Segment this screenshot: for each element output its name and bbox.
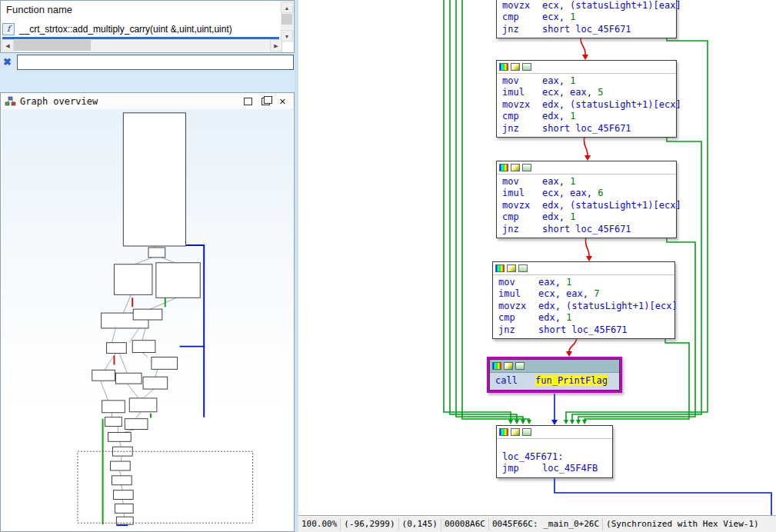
edit-node-icon[interactable] xyxy=(511,428,520,436)
clear-filter-icon[interactable]: ✖ xyxy=(3,56,12,68)
asm-line[interactable]: movzxedx, (statusLight+1)[ecx] xyxy=(497,99,676,111)
restore-pane-button[interactable] xyxy=(244,98,252,105)
node-color-icon[interactable] xyxy=(499,428,508,436)
asm-line[interactable]: jnzshort loc_45F671 xyxy=(493,324,674,336)
immediate: 1 xyxy=(570,12,575,22)
left-pane: Function name f __crt_strtox::add_multip… xyxy=(0,0,295,532)
mnemonic: imul xyxy=(502,188,542,199)
basic-block[interactable]: moveax, 1 imulecx, eax, 5 movzxedx, (sta… xyxy=(496,60,677,138)
graph-overview-titlebar[interactable]: Graph overview ✕ xyxy=(1,93,294,110)
graph-overview-title: Graph overview xyxy=(20,96,244,107)
operands: short loc_45F671 xyxy=(542,123,631,134)
scrollbar-track[interactable] xyxy=(91,39,270,52)
mnemonic: movzx xyxy=(502,200,542,211)
operands: short loc_45F671 xyxy=(542,24,631,35)
horizontal-scrollbar[interactable]: ◀ ▶ xyxy=(2,39,282,52)
asm-line[interactable]: cmpedx, 1 xyxy=(493,312,674,324)
scroll-right-icon[interactable]: ▶ xyxy=(270,39,282,52)
graph-overview-icon xyxy=(5,96,16,106)
asm-line[interactable]: moveax, 1 xyxy=(497,75,676,87)
operands: ecx, xyxy=(542,12,570,22)
immediate: 1 xyxy=(566,312,571,323)
mnemonic: jnz xyxy=(502,123,542,135)
asm-line[interactable]: cmpedx, 1 xyxy=(497,211,676,223)
function-list-header: Function name xyxy=(6,4,72,15)
vertical-scrollbar[interactable]: ▲ ▼ xyxy=(281,2,293,42)
group-node-icon[interactable] xyxy=(518,264,528,272)
status-cursor-pos: (0,145) xyxy=(398,518,441,530)
immediate: 6 xyxy=(598,188,603,198)
mnemonic: movzx xyxy=(502,99,542,111)
edit-node-icon[interactable] xyxy=(504,362,513,370)
asm-line[interactable]: moveax, 1 xyxy=(493,277,674,288)
asm-line[interactable]: imulecx, eax, 5 xyxy=(497,87,676,98)
group-node-icon[interactable] xyxy=(522,428,531,436)
function-list[interactable]: Function name f __crt_strtox::add_multip… xyxy=(0,0,295,53)
scrollbar-thumb[interactable] xyxy=(14,40,91,51)
basic-block[interactable]: movzxecx, (statusLight+1)[eax] cmpecx, 1… xyxy=(496,0,677,38)
label: loc_45F671: xyxy=(502,451,563,462)
asm-line[interactable]: imulecx, eax, 7 xyxy=(493,288,674,300)
filter-input[interactable] xyxy=(17,55,294,70)
mnemonic: imul xyxy=(498,288,538,300)
edit-node-icon[interactable] xyxy=(511,63,520,71)
mnemonic: mov xyxy=(498,277,538,288)
operands: edx, xyxy=(542,111,570,121)
immediate: 1 xyxy=(570,176,575,187)
overview-minimap[interactable] xyxy=(2,109,293,530)
basic-block[interactable]: moveax, 1 imulecx, eax, 6 movzxedx, (sta… xyxy=(496,161,677,238)
asm-line[interactable]: cmpedx, 1 xyxy=(497,111,676,122)
asm-line[interactable]: jnzshort loc_45F671 xyxy=(497,123,676,135)
asm-line[interactable]: imulecx, eax, 6 xyxy=(497,188,676,199)
asm-line[interactable]: movzxedx, (statusLight+1)[ecx] xyxy=(497,200,676,211)
asm-line[interactable]: callfun_PrintFlag xyxy=(490,375,619,387)
filter-row: ✖ xyxy=(0,54,295,74)
group-node-icon[interactable] xyxy=(522,164,531,171)
basic-block-exit[interactable]: loc_45F671: jmploc_45F4FB xyxy=(496,425,613,478)
status-file-offset: 00008A6C xyxy=(441,518,488,530)
asm-line[interactable]: cmpecx, 1 xyxy=(497,12,676,23)
node-titlebar xyxy=(497,61,676,74)
node-color-icon[interactable] xyxy=(499,63,508,71)
graph-view[interactable]: movzxecx, (statusLight+1)[eax] cmpecx, 1… xyxy=(298,0,776,532)
highlighted-identifier: fun_PrintFlag xyxy=(535,375,608,386)
close-pane-button[interactable]: ✕ xyxy=(279,98,286,105)
asm-line[interactable]: loc_45F671: xyxy=(497,451,612,463)
group-node-icon[interactable] xyxy=(515,362,525,370)
scrollbar-thumb[interactable] xyxy=(281,14,292,25)
node-titlebar xyxy=(490,360,619,373)
mnemonic: mov xyxy=(502,75,542,87)
graph-overview-pane: Graph overview ✕ xyxy=(0,92,295,532)
asm-line[interactable]: jmploc_45F4FB xyxy=(497,463,612,474)
basic-block-call[interactable]: callfun_PrintFlag xyxy=(489,359,620,391)
selected-node-highlight: callfun_PrintFlag xyxy=(487,357,622,393)
node-titlebar xyxy=(493,262,674,275)
scroll-down-icon[interactable]: ▼ xyxy=(281,30,293,42)
operands: loc_45F4FB xyxy=(542,463,598,474)
function-name: __crt_strtox::add_multiply_carry(uint &,… xyxy=(19,24,232,35)
operands: eax, xyxy=(542,176,570,187)
group-node-icon[interactable] xyxy=(522,63,531,71)
basic-block[interactable]: moveax, 1 imulecx, eax, 7 movzxedx, (sta… xyxy=(492,261,675,339)
asm-line[interactable]: jnzshort loc_45F671 xyxy=(497,24,676,35)
asm-line[interactable]: moveax, 1 xyxy=(497,176,676,188)
float-pane-button[interactable] xyxy=(261,98,270,105)
edit-node-icon[interactable] xyxy=(511,164,520,171)
edit-node-icon[interactable] xyxy=(507,264,516,272)
mnemonic: jnz xyxy=(502,224,542,235)
scroll-up-icon[interactable]: ▲ xyxy=(281,2,293,13)
graph-overview-canvas[interactable] xyxy=(2,109,293,530)
node-color-icon[interactable] xyxy=(492,362,501,370)
status-zoom: 100.00% xyxy=(298,518,340,530)
operands: edx, (statusLight+1)[ecx] xyxy=(542,200,681,211)
overview-viewport-rect xyxy=(78,451,253,523)
node-color-icon[interactable] xyxy=(499,164,508,171)
asm-line[interactable]: movzxecx, (statusLight+1)[eax] xyxy=(497,0,676,12)
function-row[interactable]: f __crt_strtox::add_multiply_carry(uint … xyxy=(2,22,279,36)
asm-line[interactable]: movzxedx, (statusLight+1)[ecx] xyxy=(493,301,674,312)
node-color-icon[interactable] xyxy=(495,264,505,272)
operands: edx, (statusLight+1)[ecx] xyxy=(542,99,681,110)
asm-line[interactable]: jnzshort loc_45F671 xyxy=(497,224,676,235)
scroll-left-icon[interactable]: ◀ xyxy=(2,39,14,52)
operands: eax, xyxy=(542,75,570,86)
